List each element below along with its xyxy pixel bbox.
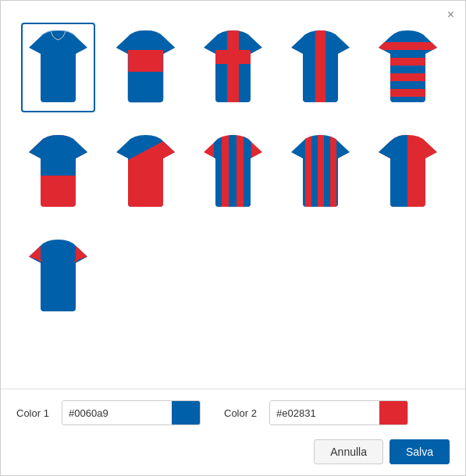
shirt-item-7[interactable] bbox=[108, 127, 183, 217]
svg-rect-7 bbox=[379, 89, 437, 97]
color2-input-group bbox=[269, 400, 408, 425]
close-button[interactable]: × bbox=[447, 9, 454, 21]
salva-button[interactable]: Salva bbox=[390, 439, 450, 464]
svg-rect-6 bbox=[379, 73, 437, 81]
shirt-item-2[interactable] bbox=[108, 23, 183, 112]
color1-input-group bbox=[62, 400, 201, 425]
color2-swatch[interactable] bbox=[379, 400, 407, 425]
shirt-item-5[interactable] bbox=[371, 23, 445, 112]
color2-input[interactable] bbox=[270, 401, 379, 424]
color-row: Color 1 Color 2 bbox=[16, 400, 450, 425]
svg-rect-10 bbox=[214, 135, 222, 209]
svg-rect-5 bbox=[379, 58, 437, 66]
color1-swatch[interactable] bbox=[172, 400, 200, 425]
color1-input[interactable] bbox=[62, 401, 172, 424]
dialog: × bbox=[0, 0, 466, 476]
svg-rect-14 bbox=[318, 135, 324, 209]
svg-rect-8 bbox=[29, 135, 87, 176]
svg-rect-15 bbox=[330, 135, 336, 209]
svg-rect-2 bbox=[215, 50, 251, 64]
shirt-item-10[interactable] bbox=[371, 127, 445, 217]
svg-rect-16 bbox=[379, 135, 407, 209]
annulla-button[interactable]: Annulla bbox=[314, 439, 383, 464]
shirt-item-4[interactable] bbox=[283, 23, 358, 112]
bottom-section: Color 1 Color 2 Annulla Salva bbox=[1, 389, 465, 475]
shirt-item-1[interactable] bbox=[21, 23, 95, 112]
color2-label: Color 2 bbox=[224, 407, 261, 419]
svg-rect-0 bbox=[128, 50, 163, 72]
svg-rect-13 bbox=[305, 135, 311, 209]
shirt-item-11[interactable] bbox=[21, 232, 95, 321]
shirt-item-8[interactable] bbox=[196, 127, 270, 217]
color1-label: Color 1 bbox=[16, 407, 54, 419]
shirt-item-9[interactable] bbox=[283, 127, 358, 217]
svg-rect-4 bbox=[379, 42, 437, 50]
shirt-grid bbox=[1, 1, 465, 389]
svg-rect-3 bbox=[315, 30, 325, 105]
svg-rect-11 bbox=[229, 135, 237, 209]
shirt-item-3[interactable] bbox=[196, 23, 270, 112]
shirt-item-6[interactable] bbox=[21, 127, 95, 217]
svg-rect-12 bbox=[244, 135, 251, 209]
action-row: Annulla Salva bbox=[16, 436, 450, 464]
svg-rect-1 bbox=[227, 30, 239, 105]
